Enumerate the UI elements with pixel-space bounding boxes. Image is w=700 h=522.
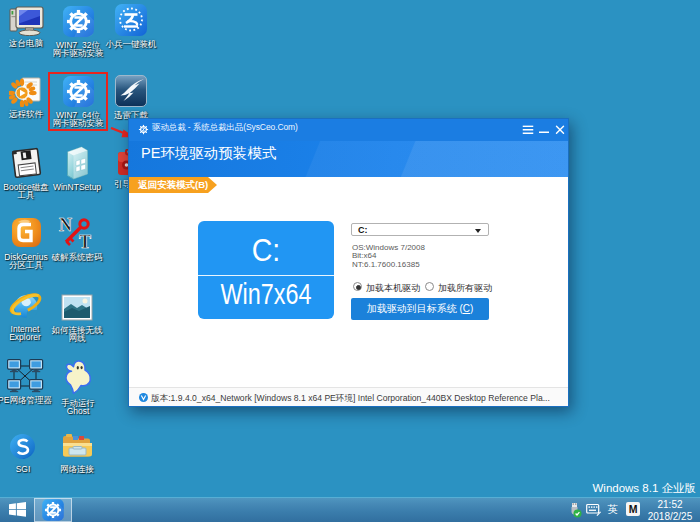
pe-network-icon <box>6 359 44 393</box>
xunlei-icon <box>114 74 148 108</box>
ime-indicator[interactable]: M <box>626 502 640 516</box>
back-to-install-mode-button[interactable]: 返回安装模式(B) <box>129 177 217 193</box>
ghost-icon <box>62 358 94 396</box>
ntpwedit-icon-art: N T <box>58 216 96 250</box>
safely-remove-hardware-icon[interactable] <box>567 502 582 518</box>
desktop-icon-label-line: PE网络管理器 <box>0 395 52 405</box>
minimize-icon <box>539 125 549 134</box>
desktop-icon-xiaobing[interactable]: 小兵一键装机 <box>99 3 163 48</box>
start-button[interactable] <box>0 498 33 522</box>
desktop-icon-ghost[interactable]: 手动运行Ghost <box>46 358 110 416</box>
desktop-icon-label-line: 工具 <box>18 190 35 200</box>
desktop-icon-label-line: SGI <box>16 464 31 474</box>
button-text-suffix: ) <box>470 303 473 314</box>
xiaobing-icon-art <box>114 3 148 37</box>
disk-os-label: Win7x64 <box>213 277 319 311</box>
touch-keyboard-icon[interactable] <box>586 503 601 516</box>
xunlei-icon-art <box>114 74 148 108</box>
desktop-icon-label-line: 破解系统密码 <box>52 252 103 262</box>
desktop-icon-label: 网络连接 <box>45 465 109 473</box>
desktop-icon-label-line: WinNTSetup <box>53 182 101 192</box>
driver-app-window: 驱动总裁 - 系统总裁出品(SysCeo.Com) PE环境驱动预装模式 返回安… <box>128 118 569 407</box>
desktop-icon-label-line: 分区工具 <box>9 260 43 270</box>
window-titlebar[interactable]: 驱动总裁 - 系统总裁出品(SysCeo.Com) <box>129 119 568 141</box>
remote-icon <box>9 76 43 107</box>
taskbar: 英 M 21:52 2018/2/25 <box>0 497 700 522</box>
mode-heading: PE环境驱动预装模式 <box>141 144 276 163</box>
desktop-icon-label: 破解系统密码 <box>45 253 109 261</box>
os-watermark: Windows 8.1 企业版 <box>592 481 696 496</box>
sgi-icon-art <box>9 433 37 462</box>
window-statusbar: 版本:1.9.4.0_x64_Network [Windows 8.1 x64 … <box>129 387 568 406</box>
annotation-rectangle <box>48 72 108 131</box>
driver-scope-radio-group: 加载本机驱动 加载所有驱动 <box>353 281 543 293</box>
win7-32-icon-art <box>62 5 95 38</box>
desktop-icon-wifi-help[interactable]: 如何连接无线网线 <box>45 292 109 343</box>
language-indicator[interactable]: 英 <box>608 503 619 517</box>
desktop-icon-label-line: 远程软件 <box>9 109 43 119</box>
hamburger-menu-icon <box>522 125 533 134</box>
this-pc-icon-art <box>8 6 44 36</box>
desktop-icon-net-conn[interactable]: 网络连接 <box>45 430 109 473</box>
bootice-icon <box>10 146 43 180</box>
dropdown-arrow-icon <box>475 229 481 233</box>
ie-icon-art <box>7 289 44 322</box>
ghost-icon-art <box>62 358 94 396</box>
winntsetup-icon-art <box>65 145 90 180</box>
net-conn-icon <box>61 430 94 462</box>
desktop-icon-label: 如何连接无线网线 <box>45 326 109 343</box>
target-disk-card[interactable]: C: Win7x64 <box>198 221 334 319</box>
desktop-icon-label-line: Explorer <box>9 332 41 342</box>
xiaobing-icon <box>114 3 148 37</box>
desktop-icon-label-line: 网卡驱动安装 <box>53 48 104 58</box>
app-gear-icon <box>138 124 149 135</box>
version-status-text: 版本:1.9.4.0_x64_Network [Windows 8.1 x64 … <box>151 393 550 405</box>
pe-network-icon-art <box>6 359 44 393</box>
radio-circle[interactable] <box>425 282 434 291</box>
window-banner: PE环境驱动预装模式 <box>129 141 568 177</box>
disk-drive-letter: C: <box>203 233 328 269</box>
disk-divider <box>198 275 334 276</box>
os-info-line: NT:6.1.7600.16385 <box>352 261 425 269</box>
desktop-icon-label: 手动运行Ghost <box>46 399 110 416</box>
desktop-icon-label-line: 网络连接 <box>60 464 94 474</box>
this-pc-icon <box>8 6 44 36</box>
taskbar-app-driver[interactable] <box>34 498 72 522</box>
desktop-icon-label: 小兵一键装机 <box>99 40 163 48</box>
radio-label: 加载本机驱动 <box>366 282 420 295</box>
taskbar-app-gear-icon <box>42 499 65 522</box>
windows-logo-icon <box>9 502 26 517</box>
ie-icon <box>7 289 44 322</box>
wifi-help-icon <box>61 292 93 323</box>
drive-select-dropdown[interactable]: C: <box>351 223 489 236</box>
wifi-help-icon-art <box>61 292 93 323</box>
desktop-icon-label-line: Ghost <box>67 406 90 416</box>
desktop-icon-xunlei[interactable]: 迅雷下载 <box>99 74 163 119</box>
desktop-icon-ntpwedit[interactable]: N T 破解系统密码 <box>45 216 109 261</box>
svg-text:N: N <box>59 216 72 235</box>
minimize-button[interactable] <box>535 119 552 141</box>
remote-icon-art <box>9 76 43 107</box>
bootice-icon-art <box>10 146 43 180</box>
load-drivers-button[interactable]: 加载驱动到目标系统 (C) <box>351 298 489 320</box>
svg-text:T: T <box>79 232 91 250</box>
drive-select-value: C: <box>358 225 368 235</box>
button-accesskey: C <box>463 303 470 314</box>
clock-date: 2018/2/25 <box>644 511 696 522</box>
desktop-icon-label-line: 小兵一键装机 <box>106 39 157 49</box>
win7-32-icon <box>62 5 95 38</box>
net-conn-icon-art <box>61 430 94 462</box>
version-logo-icon <box>139 393 148 402</box>
close-icon <box>555 125 564 134</box>
radio-circle-selected[interactable] <box>353 282 362 291</box>
close-button[interactable] <box>551 119 568 141</box>
window-title: 驱动总裁 - 系统总裁出品(SysCeo.Com) <box>152 122 298 134</box>
clock-time: 21:52 <box>644 499 696 510</box>
desktop-icon-label-line: 这台电脑 <box>9 38 43 48</box>
taskbar-clock[interactable]: 21:52 2018/2/25 <box>644 499 696 522</box>
sgi-icon <box>9 433 37 462</box>
winntsetup-icon <box>65 145 90 180</box>
os-info-block: OS:Windows 7/2008 Bit:x64 NT:6.1.7600.16… <box>352 244 425 269</box>
menu-button[interactable] <box>519 119 536 141</box>
radio-label: 加载所有驱动 <box>438 282 492 295</box>
